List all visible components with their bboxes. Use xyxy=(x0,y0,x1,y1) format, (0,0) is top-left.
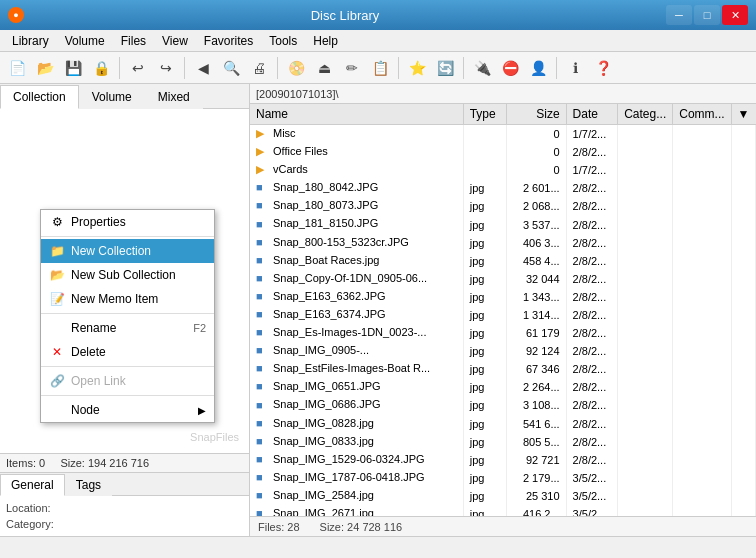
tool-info[interactable]: ℹ xyxy=(562,55,588,81)
close-button[interactable]: ✕ xyxy=(722,5,748,25)
tool-user[interactable]: 👤 xyxy=(525,55,551,81)
tool-disconnect[interactable]: ⛔ xyxy=(497,55,523,81)
minimize-button[interactable]: ─ xyxy=(666,5,692,25)
tab-mixed[interactable]: Mixed xyxy=(145,85,203,109)
tool-connect[interactable]: 🔌 xyxy=(469,55,495,81)
menu-files[interactable]: Files xyxy=(113,32,154,50)
tool-redo[interactable]: ↪ xyxy=(153,55,179,81)
ctx-new-sub-collection[interactable]: 📂 New Sub Collection xyxy=(41,263,214,287)
files-status-bar: Files: 28 Size: 24 728 116 xyxy=(250,516,756,536)
tool-lock[interactable]: 🔒 xyxy=(88,55,114,81)
ctx-new-collection[interactable]: 📁 New Collection xyxy=(41,239,214,263)
tool-bookmark[interactable]: ⭐ xyxy=(404,55,430,81)
col-header-type[interactable]: Type xyxy=(463,104,507,125)
table-row[interactable]: ▶vCards 0 1/7/2... xyxy=(250,161,756,179)
cell-comm xyxy=(673,125,731,144)
table-row[interactable]: ■Snap_181_8150.JPG jpg 3 537... 2/8/2... xyxy=(250,215,756,233)
right-panel: [200901071013]\ Name Type xyxy=(250,84,756,536)
table-row[interactable]: ■Snap_180_8042.JPG jpg 2 601... 2/8/2... xyxy=(250,179,756,197)
tags-tab-general[interactable]: General xyxy=(0,474,65,496)
cell-size: 1 343... xyxy=(507,288,566,306)
cell-size: 0 xyxy=(507,143,566,161)
tool-help[interactable]: ❓ xyxy=(590,55,616,81)
tool-vol[interactable]: 📀 xyxy=(283,55,309,81)
cell-date: 2/8/2... xyxy=(566,143,618,161)
context-menu: ⚙ Properties 📁 New Collection 📂 New Sub … xyxy=(40,209,215,423)
cell-extra xyxy=(731,342,755,360)
ctx-delete[interactable]: ✕ Delete xyxy=(41,340,214,364)
menu-view[interactable]: View xyxy=(154,32,196,50)
table-row[interactable]: ■Snap_Boat Races.jpg jpg 458 4... 2/8/2.… xyxy=(250,252,756,270)
table-row[interactable]: ■Snap_E163_6374.JPG jpg 1 314... 2/8/2..… xyxy=(250,306,756,324)
ctx-new-memo-item[interactable]: 📝 New Memo Item xyxy=(41,287,214,311)
cell-name: ■Snap_Es-Images-1DN_0023-... xyxy=(250,324,463,342)
path-bar: [200901071013]\ xyxy=(250,84,756,104)
ctx-rename-label: Rename xyxy=(71,321,116,335)
table-row[interactable]: ■Snap_IMG_1529-06-0324.JPG jpg 92 721 2/… xyxy=(250,451,756,469)
table-row[interactable]: ■Snap_IMG_2584.jpg jpg 25 310 3/5/2... xyxy=(250,487,756,505)
tool-eject[interactable]: ⏏ xyxy=(311,55,337,81)
watermark: SnapFiles xyxy=(190,431,239,443)
file-icon: ■ xyxy=(256,236,270,250)
ctx-rename[interactable]: Rename F2 xyxy=(41,316,214,340)
table-row[interactable]: ■Snap_180_8073.JPG jpg 2 068... 2/8/2... xyxy=(250,197,756,215)
rename-icon xyxy=(49,320,65,336)
table-row[interactable]: ■Snap_800-153_5323cr.JPG jpg 406 3... 2/… xyxy=(250,234,756,252)
col-header-size[interactable]: Size xyxy=(507,104,566,125)
col-header-name[interactable]: Name xyxy=(250,104,463,125)
cell-type: jpg xyxy=(463,215,507,233)
table-row[interactable]: ■Snap_Copy-Of-1DN_0905-06... jpg 32 044 … xyxy=(250,270,756,288)
table-row[interactable]: ■Snap_IMG_2671.jpg jpg 416 2... 3/5/2... xyxy=(250,505,756,516)
location-row: Location: xyxy=(6,500,243,516)
tool-new[interactable]: 📄 xyxy=(4,55,30,81)
menu-tools[interactable]: Tools xyxy=(261,32,305,50)
ctx-node[interactable]: Node ▶ xyxy=(41,398,214,422)
tool-undo[interactable]: ↩ xyxy=(125,55,151,81)
cell-name: ■Snap_IMG_1529-06-0324.JPG xyxy=(250,451,463,469)
tab-volume[interactable]: Volume xyxy=(79,85,145,109)
cell-name: ■Snap_EstFiles-Images-Boat R... xyxy=(250,360,463,378)
table-row[interactable]: ■Snap_Es-Images-1DN_0023-... jpg 61 179 … xyxy=(250,324,756,342)
tags-tab-tags[interactable]: Tags xyxy=(65,474,112,496)
table-row[interactable]: ■Snap_IMG_0905-... jpg 92 124 2/8/2... xyxy=(250,342,756,360)
menu-library[interactable]: Library xyxy=(4,32,57,50)
file-icon: ■ xyxy=(256,507,270,516)
menu-volume[interactable]: Volume xyxy=(57,32,113,50)
tool-print[interactable]: 🖨 xyxy=(246,55,272,81)
menu-help[interactable]: Help xyxy=(305,32,346,50)
table-row[interactable]: ▶Misc 0 1/7/2... xyxy=(250,125,756,144)
col-header-date[interactable]: Date xyxy=(566,104,618,125)
tool-save[interactable]: 💾 xyxy=(60,55,86,81)
col-header-categ[interactable]: Categ... xyxy=(618,104,673,125)
tree-area[interactable]: ⚙ Properties 📁 New Collection 📂 New Sub … xyxy=(0,109,249,453)
table-row[interactable]: ■Snap_IMG_0651.JPG jpg 2 264... 2/8/2... xyxy=(250,378,756,396)
table-row[interactable]: ■Snap_IMG_1787-06-0418.JPG jpg 2 179... … xyxy=(250,469,756,487)
tool-edit[interactable]: ✏ xyxy=(339,55,365,81)
cell-comm xyxy=(673,306,731,324)
table-row[interactable]: ■Snap_IMG_0833.jpg jpg 805 5... 2/8/2... xyxy=(250,433,756,451)
node-arrow: ▶ xyxy=(198,405,206,416)
col-header-extra[interactable]: ▼ xyxy=(731,104,755,125)
cell-size: 92 124 xyxy=(507,342,566,360)
tool-copy[interactable]: 📋 xyxy=(367,55,393,81)
maximize-button[interactable]: □ xyxy=(694,5,720,25)
tool-back[interactable]: ◀ xyxy=(190,55,216,81)
cell-size: 1 314... xyxy=(507,306,566,324)
tab-collection[interactable]: Collection xyxy=(0,85,79,109)
table-row[interactable]: ■Snap_EstFiles-Images-Boat R... jpg 67 3… xyxy=(250,360,756,378)
cell-categ xyxy=(618,415,673,433)
table-row[interactable]: ■Snap_E163_6362.JPG jpg 1 343... 2/8/2..… xyxy=(250,288,756,306)
menu-favorites[interactable]: Favorites xyxy=(196,32,261,50)
tool-refresh[interactable]: 🔄 xyxy=(432,55,458,81)
cell-date: 1/7/2... xyxy=(566,125,618,144)
ctx-properties[interactable]: ⚙ Properties xyxy=(41,210,214,234)
cell-comm xyxy=(673,234,731,252)
tool-search[interactable]: 🔍 xyxy=(218,55,244,81)
file-list[interactable]: Name Type Size Date Categ... Comm... ▼ ▶… xyxy=(250,104,756,516)
tool-open[interactable]: 📂 xyxy=(32,55,58,81)
table-row[interactable]: ▶Office Files 0 2/8/2... xyxy=(250,143,756,161)
tags-tab-bar: General Tags xyxy=(0,473,249,495)
table-row[interactable]: ■Snap_IMG_0828.jpg jpg 541 6... 2/8/2... xyxy=(250,415,756,433)
col-header-comm[interactable]: Comm... xyxy=(673,104,731,125)
table-row[interactable]: ■Snap_IMG_0686.JPG jpg 3 108... 2/8/2... xyxy=(250,396,756,414)
